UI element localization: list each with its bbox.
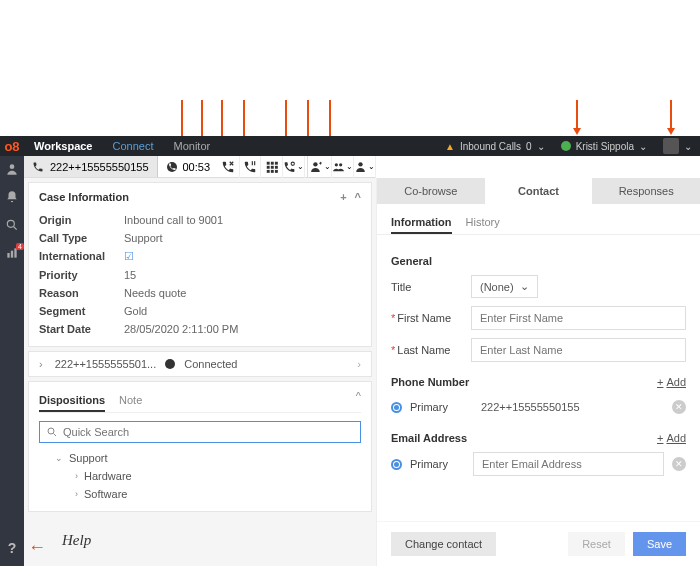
chevron-down-icon: ⌄: [346, 162, 353, 171]
arrow-status: [576, 100, 578, 133]
general-title: General: [391, 255, 686, 267]
hold-button[interactable]: [240, 156, 262, 178]
chevron-down-icon: ⌄: [520, 280, 529, 293]
lastname-input[interactable]: [471, 338, 686, 362]
rail-stats-icon[interactable]: 4: [5, 246, 19, 260]
tab-monitor[interactable]: Monitor: [163, 140, 220, 152]
collapse-icon[interactable]: ^: [356, 390, 361, 412]
case-startdate-value: 28/05/2020 2:11:00 PM: [124, 323, 238, 335]
radio-primary-phone[interactable]: [391, 402, 402, 413]
conference-button[interactable]: ⌄: [332, 156, 354, 178]
svg-rect-6: [266, 165, 269, 168]
case-priority-value: 15: [124, 269, 136, 281]
svg-rect-9: [266, 169, 269, 172]
svg-point-23: [48, 428, 54, 434]
arrow-help: ←: [28, 537, 46, 558]
phone-pause-icon: [243, 160, 257, 174]
inbound-label: Inbound Calls: [460, 141, 521, 152]
chevron-down-icon: ⌄: [297, 162, 304, 171]
chevron-down-icon: ⌄: [55, 453, 63, 463]
call-toolbar: 222++15555550155 00:53 ⌄ ⌄ ⌄ ⌄: [24, 156, 376, 178]
agent-status[interactable]: Kristi Sippola ⌄: [553, 141, 655, 152]
rail-search-icon[interactable]: [5, 218, 19, 232]
keypad-button[interactable]: [261, 156, 283, 178]
tab-note[interactable]: Note: [119, 390, 142, 412]
left-rail: 4 ?: [0, 156, 24, 566]
title-select[interactable]: (None) ⌄: [471, 275, 538, 298]
title-label: Title: [391, 281, 471, 293]
phone-value[interactable]: 222++15555550155: [473, 396, 664, 418]
subtab-information[interactable]: Information: [391, 212, 452, 234]
warning-icon: ▲: [445, 141, 455, 152]
svg-point-0: [167, 162, 177, 172]
change-contact-button[interactable]: Change contact: [391, 532, 496, 556]
phone-x-icon: [221, 160, 235, 174]
avatar-icon: [663, 138, 679, 154]
tree-support[interactable]: ⌄Support: [39, 449, 361, 467]
tab-connect[interactable]: Connect: [103, 140, 164, 152]
consultation-button[interactable]: ⌄: [354, 156, 376, 178]
primary-email-label: Primary: [410, 458, 465, 470]
svg-rect-10: [271, 169, 274, 172]
active-call-chip[interactable]: 222++15555550155: [24, 156, 158, 177]
timer-value: 00:53: [183, 161, 211, 173]
tree-hardware[interactable]: ›Hardware: [39, 467, 361, 485]
tab-contact[interactable]: Contact: [485, 178, 593, 204]
phone-icon: [32, 161, 44, 173]
case-origin-value: Inbound call to 9001: [124, 214, 223, 226]
svg-rect-1: [252, 161, 253, 165]
clear-phone-icon[interactable]: ✕: [672, 400, 686, 414]
anno-help: Help: [62, 532, 91, 549]
tab-responses[interactable]: Responses: [592, 178, 700, 204]
main-menu-button[interactable]: ⌄: [655, 138, 700, 154]
clear-email-icon[interactable]: ✕: [672, 457, 686, 471]
svg-rect-7: [271, 165, 274, 168]
case-title: Case Information: [39, 191, 129, 203]
inbound-count: 0: [526, 141, 532, 152]
search-box[interactable]: [39, 421, 361, 443]
case-calltype-label: Call Type: [39, 232, 124, 244]
svg-point-15: [339, 163, 342, 166]
right-panel: Co-browse Contact Responses Information …: [376, 178, 700, 566]
dispositions-section: Dispositions Note ^ ⌄Support ›Hardware ›…: [28, 381, 372, 512]
chevron-down-icon: ⌄: [684, 141, 692, 152]
search-input[interactable]: [63, 426, 354, 438]
svg-rect-2: [254, 161, 255, 165]
add-phone-link[interactable]: +Add: [657, 376, 686, 388]
email-input[interactable]: [473, 452, 664, 476]
svg-point-22: [165, 359, 175, 369]
case-information-section: Case Information + ^ OriginInbound call …: [28, 182, 372, 347]
hangup-button[interactable]: [218, 156, 240, 178]
plus-icon[interactable]: +: [340, 191, 346, 203]
primary-phone-label: Primary: [410, 401, 465, 413]
case-international-check-icon[interactable]: ☑: [124, 250, 134, 263]
radio-primary-email[interactable]: [391, 459, 402, 470]
annotation-layer: Hang up Hold Keypad Record Transfer Conf…: [0, 0, 700, 140]
inbound-calls-status[interactable]: ▲ Inbound Calls 0 ⌄: [437, 141, 553, 152]
svg-rect-8: [275, 165, 278, 168]
help-button[interactable]: ?: [8, 540, 17, 566]
reset-button[interactable]: Reset: [568, 532, 625, 556]
phone-icon: [166, 161, 178, 173]
firstname-label: *First Name: [391, 312, 471, 324]
transfer-button[interactable]: ⌄: [310, 156, 332, 178]
svg-point-17: [10, 164, 15, 169]
svg-point-13: [313, 162, 317, 166]
tab-cobrowse[interactable]: Co-browse: [377, 178, 485, 204]
firstname-input[interactable]: [471, 306, 686, 330]
collapse-icon[interactable]: ^: [355, 191, 361, 203]
record-button[interactable]: ⌄: [283, 156, 305, 178]
connected-bar[interactable]: › 222++1555555501... Connected ›: [28, 351, 372, 377]
svg-point-16: [358, 162, 362, 166]
svg-point-14: [335, 163, 338, 166]
save-button[interactable]: Save: [633, 532, 686, 556]
call-timer: 00:53: [158, 161, 219, 173]
tree-software[interactable]: ›Software: [39, 485, 361, 503]
chevron-right-icon: ›: [75, 489, 78, 499]
tab-dispositions[interactable]: Dispositions: [39, 390, 105, 412]
rail-bell-icon[interactable]: [5, 190, 19, 204]
case-international-label: International: [39, 250, 124, 263]
rail-person-icon[interactable]: [5, 162, 19, 176]
add-email-link[interactable]: +Add: [657, 432, 686, 444]
subtab-history[interactable]: History: [466, 212, 500, 234]
